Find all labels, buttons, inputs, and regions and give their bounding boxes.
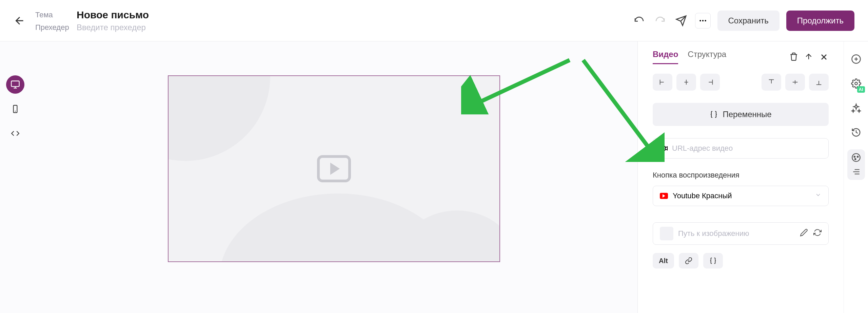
align-middle-button[interactable]: [785, 74, 805, 91]
video-icon: [660, 144, 668, 152]
svg-point-32: [855, 82, 857, 85]
history-button[interactable]: [849, 125, 864, 140]
more-button[interactable]: [695, 13, 711, 29]
align-left-button[interactable]: [653, 74, 672, 91]
palette-button[interactable]: [849, 151, 863, 164]
link-button[interactable]: [679, 253, 698, 269]
image-path-field[interactable]: Путь к изображению: [653, 222, 829, 245]
video-block[interactable]: [168, 75, 500, 262]
top-header: Тема Новое письмо Прехедер Введите прехе…: [0, 0, 868, 41]
align-center-h-button[interactable]: [676, 74, 696, 91]
svg-point-1: [702, 20, 703, 21]
play-button-select[interactable]: Youtube Красный: [653, 186, 829, 206]
align-right-button[interactable]: [700, 74, 720, 91]
tab-video[interactable]: Видео: [653, 50, 678, 64]
close-icon[interactable]: [819, 52, 829, 62]
tab-structure[interactable]: Структура: [688, 50, 726, 64]
alt-button[interactable]: Alt: [653, 253, 674, 269]
svg-point-33: [852, 153, 860, 161]
ai-badge: AI: [857, 86, 865, 93]
preheader-input[interactable]: Введите прехедер: [77, 23, 146, 32]
sparkles-button[interactable]: [849, 100, 864, 115]
svg-point-2: [705, 20, 706, 21]
link-icon: [685, 257, 692, 264]
svg-point-34: [854, 156, 855, 158]
subject-value[interactable]: Новое письмо: [77, 9, 149, 21]
braces-small-icon: [709, 257, 717, 264]
svg-point-36: [854, 159, 856, 160]
svg-rect-3: [11, 81, 19, 87]
youtube-icon: [660, 193, 668, 199]
canvas-area: [31, 41, 637, 313]
video-url-input[interactable]: [672, 144, 822, 153]
right-panel: Видео Структура: [637, 41, 868, 313]
edit-icon[interactable]: [800, 228, 808, 239]
move-up-icon[interactable]: [804, 52, 813, 62]
undo-button[interactable]: [632, 14, 646, 28]
mobile-view-button[interactable]: [6, 100, 24, 118]
play-button-label: Кнопка воспроизведения: [653, 171, 829, 180]
braces-icon: [710, 110, 718, 118]
send-button[interactable]: [674, 14, 688, 28]
svg-point-0: [699, 20, 701, 21]
code-view-button[interactable]: [6, 124, 24, 143]
svg-point-35: [857, 156, 858, 158]
desktop-view-button[interactable]: [6, 75, 24, 94]
refresh-icon[interactable]: [813, 228, 822, 239]
list-button[interactable]: [849, 166, 863, 178]
left-rail: [0, 41, 31, 313]
variables-button[interactable]: Переменные: [653, 103, 829, 126]
preheader-label: Прехедер: [35, 23, 73, 32]
code-button[interactable]: [703, 253, 723, 269]
svg-rect-27: [660, 146, 665, 150]
settings-button[interactable]: AI: [849, 76, 864, 91]
add-button[interactable]: [849, 52, 864, 67]
far-right-rail: AI: [844, 41, 868, 313]
delete-icon[interactable]: [789, 52, 798, 62]
play-icon: [317, 155, 351, 182]
redo-button: [653, 14, 667, 28]
continue-button[interactable]: Продолжить: [786, 11, 854, 31]
align-bottom-button[interactable]: [809, 74, 829, 91]
image-thumbnail: [660, 227, 673, 240]
chevron-down-icon: [815, 191, 822, 200]
svg-marker-28: [665, 147, 667, 150]
subject-label: Тема: [35, 11, 73, 19]
align-top-button[interactable]: [762, 74, 781, 91]
image-path-placeholder: Путь к изображению: [678, 229, 795, 238]
video-url-field[interactable]: [653, 138, 829, 159]
save-button[interactable]: Сохранить: [717, 11, 780, 31]
svg-rect-6: [14, 105, 17, 113]
back-button[interactable]: [14, 15, 26, 27]
